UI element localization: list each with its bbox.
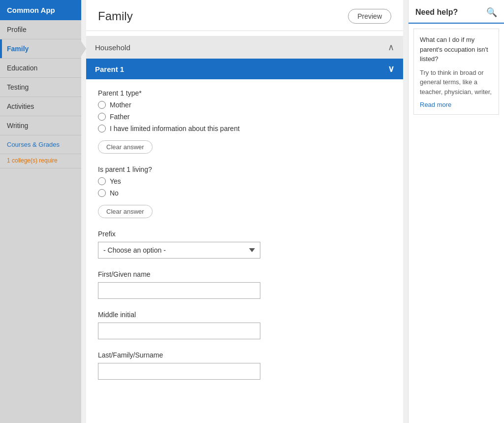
sidebar-sub-label: 1 college(s) require [0, 154, 81, 168]
radio-father-input[interactable] [98, 113, 106, 121]
app-name: Common App [0, 0, 81, 20]
radio-yes-label: Yes [110, 177, 121, 185]
main-content: Family Preview Household ∧ Parent 1 ∨ Pa… [81, 0, 408, 423]
radio-limited-label: I have limited information about this pa… [110, 125, 240, 132]
first-name-input[interactable] [98, 282, 260, 299]
prefix-label: Prefix [98, 230, 391, 238]
help-header: Need help? 🔍 [409, 0, 504, 24]
form-content: Parent 1 type* Mother Father I have limi… [86, 79, 403, 401]
sidebar-item-testing[interactable]: Testing [0, 78, 81, 97]
last-name-label: Last/Family/Surname [98, 351, 391, 359]
sidebar-item-courses[interactable]: Courses & Grades [0, 135, 81, 154]
radio-limited[interactable]: I have limited information about this pa… [98, 125, 391, 132]
radio-mother[interactable]: Mother [98, 101, 391, 109]
radio-mother-label: Mother [110, 101, 131, 109]
last-name-group: Last/Family/Surname [98, 351, 391, 380]
radio-father[interactable]: Father [98, 113, 391, 121]
radio-mother-input[interactable] [98, 101, 106, 109]
radio-no[interactable]: No [98, 189, 391, 197]
household-label: Household [95, 43, 130, 52]
parent-type-label: Parent 1 type* [98, 89, 391, 97]
help-card: What can I do if my parent's occupation … [413, 29, 499, 115]
radio-yes[interactable]: Yes [98, 177, 391, 185]
sidebar-item-activities[interactable]: Activities [0, 97, 81, 116]
sidebar: Common App Profile Family Education Test… [0, 0, 81, 423]
radio-no-label: No [110, 189, 119, 197]
page-title: Family [98, 9, 133, 23]
sidebar-item-education[interactable]: Education [0, 59, 81, 78]
clear-living-button[interactable]: Clear answer [98, 205, 153, 218]
parent-living-label: Is parent 1 living? [98, 165, 391, 173]
parent-type-options: Mother Father I have limited information… [98, 101, 391, 132]
parent-living-group: Is parent 1 living? Yes No Clear answer [98, 165, 391, 218]
sidebar-item-family[interactable]: Family [0, 39, 81, 59]
read-more-link[interactable]: Read more [420, 101, 451, 108]
help-title: Need help? [415, 8, 458, 17]
help-question: What can I do if my parent's occupation … [420, 35, 493, 64]
radio-no-input[interactable] [98, 189, 106, 197]
first-name-group: First/Given name [98, 270, 391, 299]
page-container: Family Preview Household ∧ Parent 1 ∨ Pa… [86, 0, 403, 423]
radio-yes-input[interactable] [98, 177, 106, 185]
middle-initial-input[interactable] [98, 323, 260, 339]
page-header: Family Preview [86, 0, 403, 31]
search-icon[interactable]: 🔍 [486, 7, 497, 18]
radio-father-label: Father [110, 113, 129, 121]
last-name-input[interactable] [98, 363, 260, 380]
parent-living-options: Yes No [98, 177, 391, 197]
prefix-group: Prefix - Choose an option - Mr. Mrs. Ms.… [98, 230, 391, 259]
preview-button[interactable]: Preview [348, 9, 391, 24]
household-accordion[interactable]: Household ∧ [86, 36, 403, 59]
middle-initial-group: Middle initial [98, 311, 391, 339]
help-answer: Try to think in broad or general terms, … [420, 68, 493, 97]
parent1-label: Parent 1 [95, 65, 124, 73]
prefix-select[interactable]: - Choose an option - Mr. Mrs. Ms. Dr. [98, 242, 260, 259]
parent1-section-header[interactable]: Parent 1 ∨ [86, 59, 403, 79]
middle-initial-label: Middle initial [98, 311, 391, 319]
sidebar-item-writing[interactable]: Writing [0, 116, 81, 135]
household-chevron-icon: ∧ [388, 42, 394, 53]
parent-type-group: Parent 1 type* Mother Father I have limi… [98, 89, 391, 154]
right-panel: Need help? 🔍 What can I do if my parent'… [408, 0, 504, 423]
sidebar-item-profile[interactable]: Profile [0, 20, 81, 39]
first-name-label: First/Given name [98, 270, 391, 278]
clear-type-button[interactable]: Clear answer [98, 140, 153, 154]
parent1-chevron-icon: ∨ [388, 64, 394, 74]
radio-limited-input[interactable] [98, 125, 106, 132]
